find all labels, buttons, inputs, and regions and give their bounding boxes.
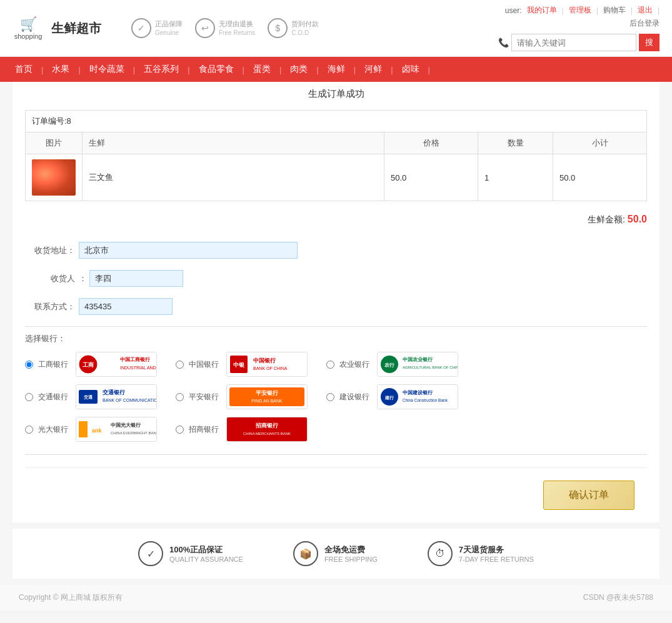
svg-text:INDUSTRIAL AND COMMERCIAL BANK: INDUSTRIAL AND COMMERCIAL BANK OF CHINA xyxy=(120,366,156,370)
svg-text:AGRICULTURAL BANK OF CHINA: AGRICULTURAL BANK OF CHINA xyxy=(403,366,458,369)
shipping-icon: 📦 xyxy=(293,541,318,566)
svg-text:China Construction Bank: China Construction Bank xyxy=(403,398,448,402)
bank-logo-ccb: 建行 中国建设银行 China Construction Bank xyxy=(377,384,458,409)
logo-icon: 🛒 shopping xyxy=(13,14,44,42)
nav-vegetables[interactable]: 时令蔬菜 xyxy=(81,64,133,75)
svg-text:中国建设银行: 中国建设银行 xyxy=(403,390,433,396)
nav-meat[interactable]: 肉类 xyxy=(281,64,316,75)
bank-radio-icbc[interactable] xyxy=(25,361,33,369)
nav-river[interactable]: 河鲜 xyxy=(356,64,391,75)
order-inner: 生成订单成功 订单编号:8 图片 生鲜 价格 数量 小计 xyxy=(13,82,659,467)
product-row: 三文鱼 50.0 1 50.0 xyxy=(26,154,647,201)
svg-rect-35 xyxy=(227,417,307,441)
nav-seafood[interactable]: 海鲜 xyxy=(319,64,354,75)
svg-text:B: B xyxy=(80,422,83,427)
bank-label-comm[interactable]: 交通银行 xyxy=(38,392,68,402)
name-input[interactable] xyxy=(89,270,183,287)
bank-label-abc[interactable]: 农业银行 xyxy=(339,359,369,370)
svg-text:BANK OF CHINA: BANK OF CHINA xyxy=(253,366,288,371)
bank-radio-abc[interactable] xyxy=(326,361,334,369)
confirm-order-button[interactable]: 确认订单 xyxy=(543,481,634,510)
nav-fruit[interactable]: 水果 xyxy=(43,64,78,75)
svg-text:CHINA EVERBRIGHT BANK: CHINA EVERBRIGHT BANK xyxy=(111,431,156,435)
footer-copyright: Copyright © 网上商城 版权所有 CSDN @夜未央5788 xyxy=(0,585,672,611)
phone-row: 联系方式： xyxy=(25,298,647,315)
svg-text:BANK OF COMMUNICATIONS: BANK OF COMMUNICATIONS xyxy=(103,398,156,402)
col-image: 图片 xyxy=(26,132,83,154)
address-input[interactable] xyxy=(79,242,298,259)
footer-badge-quality: ✓ 100%正品保证 QUALITY ASSURANCE xyxy=(138,541,243,566)
bank-logo-ceb: B ank 中国光大银行 CHINA EVERBRIGHT BANK xyxy=(76,417,157,442)
product-qty-cell: 1 xyxy=(478,154,553,201)
bank-boc: 中国银行 中银 中国银行 BANK OF CHINA xyxy=(176,352,308,377)
nav-marinated[interactable]: 卤味 xyxy=(393,64,428,75)
nav-snacks[interactable]: 食品零食 xyxy=(190,64,243,75)
bank-label-ceb[interactable]: 光大银行 xyxy=(38,424,68,435)
svg-text:交通: 交通 xyxy=(84,394,93,400)
svg-text:中国银行: 中国银行 xyxy=(253,357,276,364)
product-name-cell: 三文鱼 xyxy=(83,154,384,201)
bank-radio-ceb[interactable] xyxy=(25,426,33,434)
bank-radio-ccb[interactable] xyxy=(326,393,334,401)
bank-radio-cmb[interactable] xyxy=(176,426,184,434)
returns-text: 7天退货服务 7-DAY FREE RETURNS xyxy=(459,544,534,563)
bank-label-cmb[interactable]: 招商银行 xyxy=(189,424,219,435)
footer-badge-shipping: 📦 全场免运费 FREE SHIPPING xyxy=(293,541,378,566)
boc-logo-svg: 中银 中国银行 BANK OF CHINA xyxy=(227,352,307,376)
bank-logo-comm: 交通 交通银行 BANK OF COMMUNICATIONS xyxy=(76,384,157,409)
nav-grains[interactable]: 五谷系列 xyxy=(135,64,188,75)
bank-logo-ping: 平安银行 PING AN BANK xyxy=(226,384,308,409)
svg-text:PING AN BANK: PING AN BANK xyxy=(251,399,283,403)
header: 🛒 shopping 生鲜超市 ✓ 正品保障 Genuine ↩ 无理由退换 F… xyxy=(0,0,672,57)
svg-text:ank: ank xyxy=(92,427,103,434)
returns-badge-icon: ⏱ xyxy=(428,541,453,566)
my-orders-link[interactable]: 我的订单 xyxy=(527,5,557,16)
bank-radio-boc[interactable] xyxy=(176,361,184,369)
form-section: 收货地址： 收货人 ： 联系方式： xyxy=(25,242,647,315)
phone-input[interactable] xyxy=(79,298,173,315)
nav-home[interactable]: 首页 xyxy=(6,64,41,75)
returns-text: 无理由退换 Free Returns xyxy=(219,19,255,36)
bank-label-ping[interactable]: 平安银行 xyxy=(189,392,219,402)
user-bar: user: 我的订单 | 管理板 | 购物车 | 退出 | xyxy=(505,5,659,16)
divider xyxy=(25,326,647,327)
footer-badge-returns: ⏱ 7天退货服务 7-DAY FREE RETURNS xyxy=(428,541,534,566)
bank-label-ccb[interactable]: 建设银行 xyxy=(339,392,369,402)
svg-text:中银: 中银 xyxy=(233,362,245,368)
name-label: 收货人 xyxy=(25,273,75,284)
bank-label-icbc[interactable]: 工商银行 xyxy=(38,359,68,370)
bank-grid: 工商银行 工商 中国工商银行 INDUSTRIAL AND COMMERCIAL… xyxy=(25,352,647,442)
bank-label-boc[interactable]: 中国银行 xyxy=(189,359,219,370)
col-product: 生鲜 xyxy=(83,132,384,154)
col-subtotal: 小计 xyxy=(553,132,647,154)
admin-link[interactable]: 后台登录 xyxy=(629,18,659,29)
logout-link[interactable]: 退出 xyxy=(638,5,653,16)
cmb-logo-svg: 招商银行 CHINA MERCHANTS BANK xyxy=(227,417,307,441)
cart-link[interactable]: 购物车 xyxy=(603,5,626,16)
shipping-text: 全场免运费 FREE SHIPPING xyxy=(324,544,378,563)
user-label: user: xyxy=(505,6,522,15)
product-price-cell: 50.0 xyxy=(384,154,478,201)
bank-radio-ping[interactable] xyxy=(176,393,184,401)
search-input[interactable] xyxy=(511,34,636,51)
bank-logo-cmb: 招商银行 CHINA MERCHANTS BANK xyxy=(226,417,308,442)
order-success-title: 生成订单成功 xyxy=(25,88,647,100)
bank-abc: 农业银行 农行 中国农业银行 AGRICULTURAL BANK OF CHIN… xyxy=(326,352,458,377)
ping-logo-svg: 平安银行 PING AN BANK xyxy=(227,385,307,409)
search-button[interactable]: 搜 xyxy=(639,34,659,51)
nav-eggs[interactable]: 蛋类 xyxy=(244,64,279,75)
svg-text:平安银行: 平安银行 xyxy=(256,389,279,396)
addr-label: 收货地址： xyxy=(25,245,75,256)
product-name-link[interactable]: 三文鱼 xyxy=(89,172,113,182)
abc-logo-svg: 农行 中国农业银行 AGRICULTURAL BANK OF CHINA xyxy=(378,352,458,376)
csdn-text: CSDN @夜未央5788 xyxy=(583,592,653,603)
bank-radio-comm[interactable] xyxy=(25,393,33,401)
bank-row-2: 交通银行 交通 交通银行 BANK OF COMMUNICATIONS xyxy=(25,384,647,409)
svg-text:建行: 建行 xyxy=(384,395,394,400)
svg-text:交通银行: 交通银行 xyxy=(103,389,126,396)
product-subtotal-cell: 50.0 xyxy=(553,154,647,201)
col-price: 价格 xyxy=(384,132,478,154)
manager-link[interactable]: 管理板 xyxy=(569,5,591,16)
bank-ccb: 建设银行 建行 中国建设银行 China Construction Bank xyxy=(326,384,458,409)
bank-ceb: 光大银行 B ank 中国光大银行 CHINA EVERBRIGHT BANK xyxy=(25,417,157,442)
